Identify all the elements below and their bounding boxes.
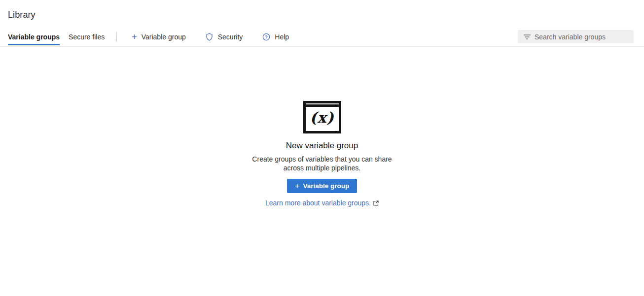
search-input[interactable] xyxy=(535,33,630,41)
command-label: Security xyxy=(218,33,243,41)
variable-group-icon-glyph: (x) xyxy=(306,107,339,129)
description-line-2: across multiple pipelines. xyxy=(284,164,360,172)
tab-label: Secure files xyxy=(69,33,105,41)
search-box[interactable] xyxy=(518,30,634,43)
tab-label: Variable groups xyxy=(8,33,60,41)
svg-text:?: ? xyxy=(265,34,268,39)
variable-group-icon: (x) xyxy=(303,101,341,133)
button-label: Variable group xyxy=(303,182,350,190)
empty-state: (x) New variable group Create groups of … xyxy=(0,101,644,207)
security-command[interactable]: Security xyxy=(206,33,243,41)
external-link-icon[interactable] xyxy=(373,200,379,206)
command-label: Variable group xyxy=(142,33,186,41)
tab-variable-groups[interactable]: Variable groups xyxy=(8,27,60,46)
variable-group-icon-titlebar xyxy=(306,103,339,107)
add-variable-group-command[interactable]: + Variable group xyxy=(132,33,186,41)
help-command[interactable]: ? Help xyxy=(262,33,289,41)
shield-icon xyxy=(206,33,214,41)
plus-icon: + xyxy=(132,33,137,41)
empty-state-description: Create groups of variables that you can … xyxy=(252,155,392,172)
learn-more: Learn more about variable groups. xyxy=(265,199,379,207)
description-line-1: Create groups of variables that you can … xyxy=(252,155,392,163)
toolbar: Variable groups Secure files + Variable … xyxy=(0,27,644,47)
tab-secure-files[interactable]: Secure files xyxy=(69,27,105,46)
help-icon: ? xyxy=(262,33,270,41)
variable-group-button[interactable]: + Variable group xyxy=(287,179,358,193)
command-label: Help xyxy=(275,33,289,41)
plus-icon: + xyxy=(295,182,300,190)
empty-state-title: New variable group xyxy=(286,141,358,151)
page-title: Library xyxy=(8,10,36,20)
tab-bar: Variable groups Secure files xyxy=(8,27,105,46)
library-page: Library Variable groups Secure files + V… xyxy=(0,0,644,296)
learn-more-link[interactable]: Learn more about variable groups. xyxy=(265,199,371,207)
toolbar-divider xyxy=(116,32,117,42)
filter-icon xyxy=(524,34,531,40)
